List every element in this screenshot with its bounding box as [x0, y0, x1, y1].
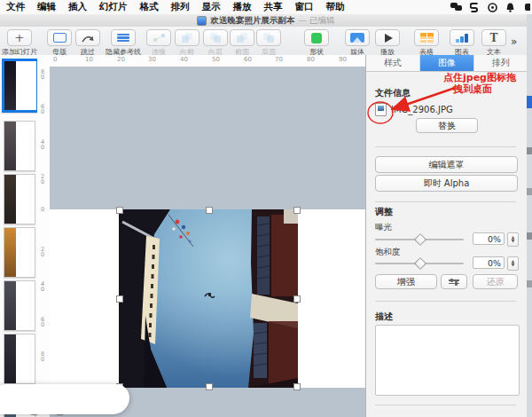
saturation-slider[interactable] — [375, 263, 464, 264]
edit-mask-button[interactable]: 编辑遮罩 — [375, 156, 518, 173]
selection-handle-se[interactable] — [293, 383, 301, 390]
messages-icon[interactable] — [450, 3, 462, 12]
enhance-button[interactable]: 增强 — [375, 274, 437, 289]
shapes-button[interactable]: 形状 — [303, 29, 330, 56]
time-machine-icon[interactable] — [488, 3, 497, 12]
menu-file[interactable]: 文件 — [0, 1, 31, 13]
table-button[interactable]: 表格 — [413, 29, 440, 56]
divider — [375, 405, 516, 405]
master-slide-button[interactable]: 母版 — [46, 29, 73, 56]
table-icon — [420, 33, 434, 43]
notification-bell-icon[interactable] — [505, 3, 515, 12]
chart-button[interactable]: 图表 — [449, 29, 475, 56]
slide-thumbnail-2[interactable] — [4, 121, 35, 171]
desktop-icon-fragment — [527, 188, 532, 195]
v-tick: 80 — [40, 351, 45, 362]
saturation-value[interactable]: 0% — [473, 256, 505, 269]
menu-arrange[interactable]: 排列 — [165, 1, 196, 13]
launcher-icon[interactable] — [470, 3, 480, 12]
v-tick: 40 — [40, 281, 45, 292]
adjust-section-label: 调整 — [375, 206, 393, 218]
selection-handle-nw[interactable] — [116, 207, 123, 214]
thumbnail-image — [4, 228, 16, 277]
saturation-stepper[interactable]: ▲▼ — [507, 256, 519, 271]
hide-guides-button[interactable]: 隐藏参考线 — [103, 29, 144, 56]
description-label: 描述 — [375, 311, 393, 323]
slider-thumb[interactable] — [414, 233, 426, 246]
text-button[interactable]: T 文本 — [481, 29, 507, 56]
exposure-value[interactable]: 0% — [473, 232, 505, 245]
skip-slide-button[interactable]: 跳过 — [74, 29, 101, 56]
slide-thumbnail-1-selected[interactable] — [2, 59, 39, 113]
slide-navigator — [0, 55, 38, 417]
thumbnail-image — [4, 334, 16, 383]
h-tick: 40 — [180, 56, 188, 63]
slide-thumbnail-4[interactable] — [4, 227, 35, 278]
toolbar-overflow-button[interactable]: » — [511, 35, 517, 48]
desktop-edge-strip — [527, 14, 532, 417]
selection-handle-e[interactable] — [293, 295, 301, 303]
selection-handle-s[interactable] — [206, 383, 213, 390]
h-tick: 0 — [53, 56, 57, 63]
thumbnail-image — [4, 61, 16, 110]
divider — [375, 301, 516, 302]
menu-share[interactable]: 共享 — [258, 1, 289, 13]
slider-thumb[interactable] — [414, 257, 426, 270]
instant-alpha-button[interactable]: 即时 Alpha — [375, 175, 518, 192]
desktop-icon-fragment — [527, 232, 532, 240]
tab-style[interactable]: 样式 — [366, 55, 420, 71]
reset-button: 还原 — [473, 274, 518, 289]
h-tick: 30 — [148, 56, 156, 63]
bring-to-front-button: 前面 — [229, 29, 255, 56]
description-textarea[interactable] — [375, 325, 520, 396]
menu-slide[interactable]: 幻灯片 — [93, 1, 134, 13]
play-button[interactable]: 播放 — [374, 29, 401, 56]
photo-image — [119, 209, 298, 388]
menu-bar: 文件 编辑 插入 幻灯片 格式 排列 显示 播放 共享 窗口 帮助 — [0, 0, 532, 15]
menu-insert[interactable]: 插入 — [62, 1, 93, 13]
v-tick: 60 — [40, 317, 45, 327]
file-info-row[interactable]: IMG_2906.JPG — [375, 103, 453, 116]
adjustment-sliders-button[interactable] — [441, 274, 467, 289]
tab-image[interactable]: 图像 — [420, 55, 474, 71]
v-tick: 80 — [40, 69, 45, 80]
toolbar: + 添加幻灯片 母版 跳过 隐藏参考线 连接 向前 — [0, 27, 532, 56]
horizontal-ruler: 0 10 20 30 40 50 60 70 80 90 — [50, 55, 365, 67]
thumbnail-image — [4, 122, 16, 170]
menu-format[interactable]: 格式 — [134, 1, 165, 13]
slide-canvas[interactable] — [50, 67, 365, 417]
send-to-back-button: 后面 — [255, 29, 282, 56]
text-icon: T — [490, 33, 498, 43]
slide-thumbnail-3[interactable] — [4, 174, 35, 224]
menu-play[interactable]: 播放 — [227, 1, 258, 13]
slide-thumbnail-6[interactable] — [4, 334, 35, 384]
menu-view[interactable]: 显示 — [196, 1, 227, 13]
slide-thumbnail-5[interactable] — [4, 280, 35, 331]
bring-front-icon — [237, 33, 248, 43]
tab-arrange[interactable]: 排列 — [474, 55, 528, 71]
jpeg-file-icon[interactable] — [375, 103, 387, 116]
h-tick: 70 — [275, 56, 283, 63]
menu-help[interactable]: 帮助 — [320, 1, 351, 13]
selected-photo[interactable] — [119, 209, 298, 388]
menu-window[interactable]: 窗口 — [289, 1, 320, 13]
thumbnail-image — [4, 281, 16, 330]
selection-handle-ne[interactable] — [293, 207, 301, 214]
selection-handle-w[interactable] — [116, 295, 123, 303]
menu-edit[interactable]: 编辑 — [31, 1, 62, 13]
connect-button: 连接 — [145, 29, 172, 56]
move-forward-icon — [182, 33, 193, 43]
sliders-icon — [449, 279, 459, 284]
annotation-text-line2: 拽到桌面 — [453, 83, 492, 96]
chart-icon — [456, 33, 468, 43]
h-tick: 50 — [212, 56, 220, 63]
move-forward-button: 向前 — [174, 29, 200, 56]
v-tick: 20 — [40, 247, 45, 257]
exposure-stepper[interactable]: ▲▼ — [507, 232, 519, 247]
selection-handle-n[interactable] — [206, 207, 213, 214]
media-button[interactable]: 媒体 — [344, 29, 371, 56]
replace-button[interactable]: 替换 — [416, 118, 478, 133]
add-slide-button[interactable]: + 添加幻灯片 — [0, 29, 44, 56]
exposure-slider[interactable] — [375, 239, 464, 240]
h-tick: 90 — [339, 56, 347, 63]
